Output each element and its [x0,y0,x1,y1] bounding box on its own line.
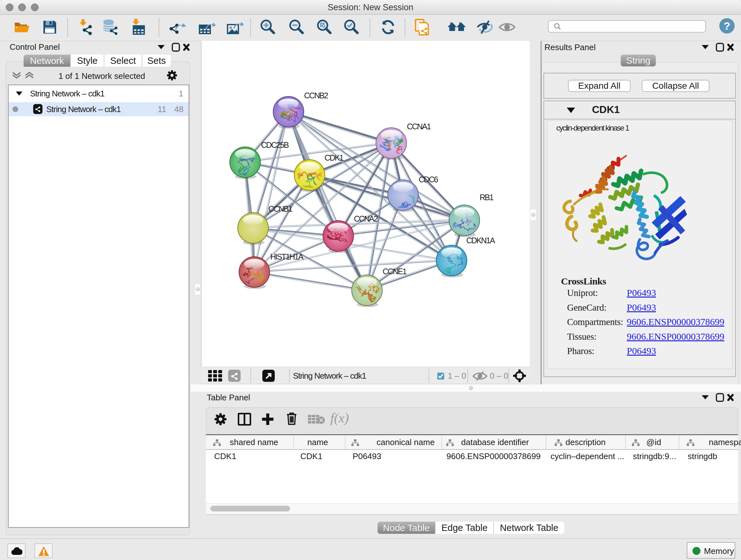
svg-text:CDK1: CDK1 [325,153,343,162]
svg-text:CCNB1: CCNB1 [268,204,292,213]
svg-text:CCNE1: CCNE1 [383,267,407,276]
svg-text:CDC6: CDC6 [419,175,438,184]
svg-text:CDC25B: CDC25B [261,140,289,149]
svg-text:HIST1H1A: HIST1H1A [270,252,304,261]
svg-text:CCNA1: CCNA1 [407,122,431,131]
svg-text:CDKN1A: CDKN1A [466,236,495,245]
svg-text:CCNA2: CCNA2 [354,214,378,223]
svg-text:CCNB2: CCNB2 [304,91,328,100]
svg-text:RB1: RB1 [480,193,493,202]
